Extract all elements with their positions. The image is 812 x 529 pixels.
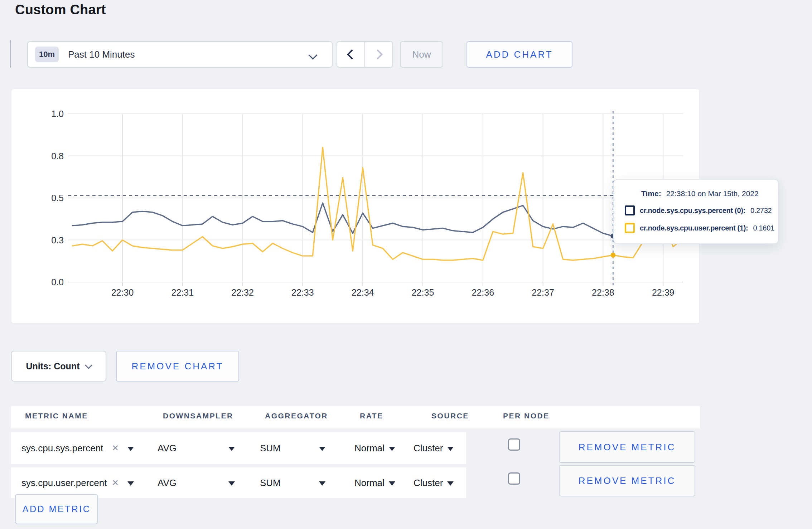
- aggregator-dropdown[interactable]: [319, 432, 325, 464]
- metric-remove-token-button[interactable]: ✕: [112, 432, 119, 464]
- header-metric-name: METRIC NAME: [25, 412, 88, 420]
- caret-down-icon: [228, 481, 235, 486]
- series-sys-swatch-icon: [625, 205, 635, 215]
- tooltip-series-sys-label: cr.node.sys.cpu.sys.percent (0):: [640, 207, 745, 215]
- tooltip-series-user-value: 0.1601: [753, 224, 774, 232]
- caret-down-icon: [389, 447, 395, 451]
- chevron-left-icon: [347, 49, 357, 59]
- chevron-right-icon: [373, 49, 383, 59]
- downsampler-select[interactable]: AVG: [158, 432, 177, 464]
- y-axis-label: 0.5: [21, 192, 64, 204]
- metric-name-select[interactable]: sys.cpu.sys.percent: [21, 432, 103, 464]
- x-axis-label: 22:32: [221, 286, 264, 299]
- add-metric-button[interactable]: ADD METRIC: [15, 494, 98, 524]
- left-accent-tick: [10, 40, 11, 68]
- chevron-down-icon: [308, 50, 317, 59]
- tooltip-series-sys-value: 0.2732: [750, 207, 772, 215]
- x-axis-label: 22:35: [401, 286, 444, 299]
- caret-down-icon: [127, 447, 134, 451]
- metrics-table-header: [11, 406, 700, 428]
- header-rate: RATE: [360, 412, 383, 420]
- downsampler-select[interactable]: AVG: [158, 467, 177, 498]
- series-user-swatch-icon: [625, 223, 635, 233]
- prev-time-button[interactable]: [337, 42, 365, 67]
- y-axis-label: 0.0: [21, 276, 64, 288]
- rate-select[interactable]: Normal: [354, 432, 395, 464]
- next-time-button[interactable]: [365, 42, 392, 67]
- now-button[interactable]: Now: [400, 41, 443, 68]
- source-select[interactable]: Cluster: [414, 432, 454, 464]
- caret-down-icon: [319, 481, 325, 486]
- x-axis-label: 22:37: [522, 286, 565, 299]
- source-select[interactable]: Cluster: [414, 467, 454, 498]
- x-axis-label: 22:39: [642, 286, 685, 299]
- close-icon: ✕: [112, 478, 119, 488]
- page-title: Custom Chart: [15, 2, 106, 18]
- time-window-badge: 10m: [35, 47, 59, 62]
- header-downsampler: DOWNSAMPLER: [163, 412, 233, 420]
- x-axis-label: 22:38: [581, 286, 624, 299]
- aggregator-dropdown[interactable]: [319, 467, 325, 498]
- add-chart-button[interactable]: ADD CHART: [467, 41, 572, 68]
- caret-down-icon: [127, 481, 134, 486]
- x-axis-label: 22:33: [281, 286, 324, 299]
- units-select[interactable]: Units: Count: [11, 351, 106, 382]
- chart-tooltip: Time: 22:38:10 on Mar 15th, 2022 cr.node…: [613, 179, 779, 244]
- time-window-select[interactable]: 10m Past 10 Minutes: [27, 41, 333, 68]
- header-aggregator: AGGREGATOR: [265, 412, 328, 420]
- caret-down-icon: [447, 481, 454, 486]
- aggregator-select[interactable]: SUM: [260, 467, 281, 498]
- chevron-down-icon: [85, 361, 92, 369]
- x-axis-label: 22:30: [101, 286, 144, 299]
- table-row: sys.cpu.sys.percent ✕ AVG SUM Normal Clu…: [11, 432, 466, 464]
- downsampler-dropdown[interactable]: [228, 467, 235, 498]
- header-source: SOURCE: [431, 412, 469, 420]
- time-nav-group: [337, 41, 393, 68]
- time-window-label: Past 10 Minutes: [68, 49, 135, 60]
- per-node-checkbox[interactable]: [508, 472, 520, 485]
- tooltip-time-label: Time:: [641, 189, 661, 198]
- remove-chart-button[interactable]: REMOVE CHART: [116, 351, 239, 382]
- remove-metric-button[interactable]: REMOVE METRIC: [559, 465, 695, 496]
- caret-down-icon: [447, 447, 454, 451]
- x-axis-label: 22:34: [341, 286, 384, 299]
- aggregator-select[interactable]: SUM: [260, 432, 281, 464]
- y-axis-label: 0.8: [21, 150, 64, 162]
- units-label: Units: Count: [26, 361, 80, 372]
- caret-down-icon: [319, 447, 325, 451]
- per-node-checkbox[interactable]: [508, 438, 520, 451]
- metric-remove-token-button[interactable]: ✕: [112, 467, 119, 498]
- header-per-node: PER NODE: [503, 412, 550, 420]
- tooltip-time-value: 22:38:10 on Mar 15th, 2022: [666, 189, 759, 198]
- tooltip-series-user-label: cr.node.sys.cpu.user.percent (1):: [640, 224, 748, 232]
- metric-name-dropdown[interactable]: [127, 432, 134, 464]
- rate-select[interactable]: Normal: [354, 467, 395, 498]
- x-axis-label: 22:36: [461, 286, 504, 299]
- y-axis-label: 0.3: [21, 234, 64, 246]
- caret-down-icon: [389, 481, 395, 486]
- x-axis-label: 22:31: [161, 286, 204, 299]
- metric-name-dropdown[interactable]: [127, 467, 134, 498]
- remove-metric-button[interactable]: REMOVE METRIC: [559, 431, 695, 463]
- close-icon: ✕: [112, 443, 119, 453]
- caret-down-icon: [228, 447, 235, 451]
- downsampler-dropdown[interactable]: [228, 432, 235, 464]
- y-axis-label: 1.0: [21, 108, 64, 120]
